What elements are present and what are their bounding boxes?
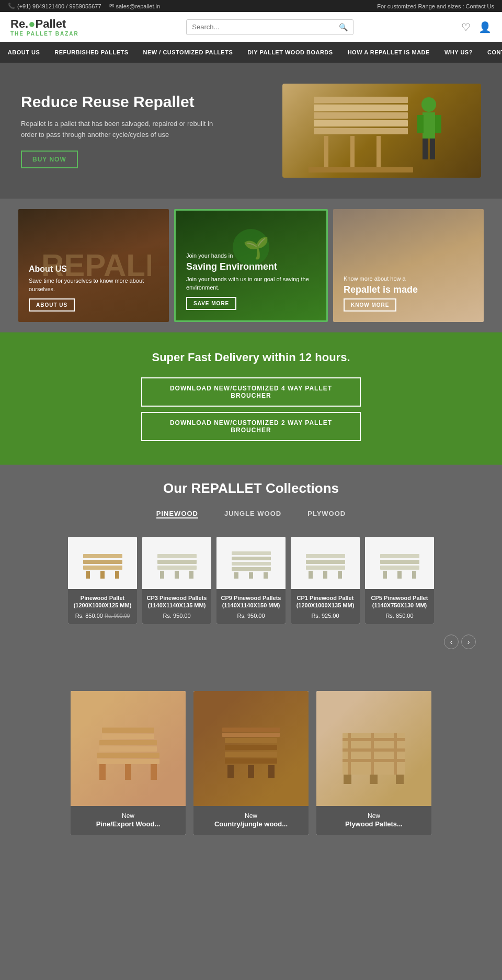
buy-now-button[interactable]: BUY NOW [21,151,78,168]
svg-rect-14 [309,167,413,172]
nav-diy[interactable]: DIY PALLET WOOD BOARDS [240,42,340,63]
download-2way-button[interactable]: DOWNLOAD NEW/CUSTOMIZED 2 WAY PALLET BRO… [141,412,361,441]
pallet-svg [229,546,273,580]
nav-why[interactable]: WHY US? [437,42,480,63]
product-card[interactable]: Pinewood Pallet (1200X1000X125 MM) Rs. 8… [68,537,137,624]
svg-rect-2 [417,115,424,133]
svg-rect-8 [314,112,408,119]
svg-rect-42 [338,571,342,579]
pine-image [71,691,186,806]
svg-rect-18 [83,554,122,558]
download-4way-button[interactable]: DOWNLOAD NEW/CUSTOMIZED 4 WAY PALLET BRO… [141,377,361,407]
product-image [142,537,211,589]
svg-rect-7 [314,120,408,126]
svg-rect-22 [100,571,105,579]
svg-rect-55 [99,764,106,780]
account-icon[interactable]: 👤 [478,21,492,33]
wishlist-icon[interactable]: ♡ [461,21,471,33]
svg-rect-63 [248,765,254,778]
product-price: Rs. 850.00 Rs. 900.00 [72,613,133,619]
svg-rect-9 [314,105,408,111]
logo[interactable]: Re.●Pallet THE PALLET BAZAR [10,17,79,37]
bottom-card-pine[interactable]: New Pine/Export Wood... [71,691,186,835]
svg-rect-57 [151,764,157,780]
bottom-card-plywood[interactable]: New Plywood Pallets... [316,691,431,835]
hero-section: Reduce Reuse Repallet Repallet is a pall… [0,63,502,199]
env-card-button[interactable]: SAVE MORE [186,297,236,310]
svg-rect-36 [264,572,268,579]
phone-number: (+91) 9849121400 / 9959055677 [17,3,101,9]
promo-text: For customized Range and sizes : Contact… [377,3,494,9]
pallet-svg [378,546,422,580]
tab-plywood[interactable]: PLYWOOD [307,510,346,518]
pallet-svg [303,546,348,580]
pine-card-label: New Pine/Export Wood... [71,806,186,835]
nav-how[interactable]: HOW A REPALLET IS MADE [340,42,437,63]
nav-contact[interactable]: CONTACT US [480,42,502,63]
repallet-card-button[interactable]: KNOW MORE [344,298,396,312]
next-arrow[interactable]: › [461,635,476,649]
jungle-card-label: New Country/jungle wood... [193,806,309,835]
product-image [365,537,434,589]
svg-rect-50 [97,753,159,758]
search-icon[interactable]: 🔍 [339,23,348,31]
product-name: CP5 Pinewood Pallet (1140X750X130 MM) [369,594,430,609]
svg-rect-34 [234,572,238,579]
tab-junglewood[interactable]: JUNGLE WOOD [224,510,281,518]
logo-title: Re.●Pallet [10,17,79,31]
plywood-pallet-illustration [332,707,416,790]
hero-pallet-illustration [293,86,471,175]
product-card[interactable]: CP5 Pinewood Pallet (1140X750X130 MM) Rs… [365,537,434,624]
svg-rect-12 [350,136,355,167]
search-input[interactable] [192,23,339,31]
collection-tabs: PINEWOOD JUNGLE WOOD PLYWOOD [10,510,492,518]
svg-rect-74 [344,775,351,784]
svg-rect-59 [225,745,277,750]
svg-rect-31 [232,557,271,560]
hero-text: Reduce Reuse Repallet Repallet is a pall… [21,93,220,169]
nav-about[interactable]: ABOUT US [1,42,47,63]
svg-rect-27 [160,571,164,579]
product-info: CP3 Pinewood Pallets (1140X1140X135 MM) … [142,589,211,624]
svg-rect-29 [189,571,193,579]
svg-rect-35 [249,572,253,579]
carousel-nav: ‹ › [10,629,492,654]
products-row: Pinewood Pallet (1200X1000X125 MM) Rs. 8… [10,532,492,629]
svg-rect-48 [412,571,416,579]
hero-image [282,84,481,178]
svg-rect-24 [157,554,197,558]
svg-rect-47 [397,571,402,579]
bottom-card-jungle[interactable]: New Country/jungle wood... [193,691,309,835]
pallet-svg [155,546,199,580]
product-card[interactable]: CP9 Pinewood Pallets (1140X1140X150 MM) … [216,537,286,624]
tab-pinewood[interactable]: PINEWOOD [156,510,198,518]
svg-rect-53 [102,734,154,739]
email-address: sales@repallet.in [116,3,161,9]
svg-text:REPALLE: REPALLE [41,248,151,283]
svg-rect-33 [232,567,271,571]
product-card[interactable]: CP1 Pinewood Pallet (1200X1000X135 MM) R… [291,537,360,624]
svg-rect-41 [323,571,327,579]
svg-rect-5 [430,139,435,159]
prev-arrow[interactable]: ‹ [444,635,459,649]
svg-rect-23 [115,571,119,579]
svg-rect-3 [435,115,441,133]
collections-section: Our REPALLET Collections PINEWOOD JUNGLE… [0,465,502,872]
svg-rect-56 [125,764,131,780]
product-price: Rs. 950.00 [221,613,281,619]
svg-rect-62 [227,765,234,778]
nav-new-customized[interactable]: NEW / CUSTOMIZED PALLETS [136,42,241,63]
svg-rect-75 [370,775,378,784]
svg-point-0 [421,97,436,112]
nav-refurbished[interactable]: REFURBISHED PALLETS [47,42,135,63]
hero-description: Repallet is a pallet that has been salva… [21,119,220,141]
svg-rect-40 [309,571,313,579]
svg-rect-20 [83,566,122,570]
svg-rect-51 [99,746,157,752]
search-bar[interactable]: 🔍 [186,19,353,35]
svg-rect-66 [222,728,280,732]
svg-rect-19 [83,560,122,564]
product-card[interactable]: CP3 Pinewood Pallets (1140X1140X135 MM) … [142,537,211,624]
delivery-section: Super Fast Delivery within 12 hours. DOW… [0,332,502,465]
product-name: CP1 Pinewood Pallet (1200X1000X135 MM) [295,594,356,609]
